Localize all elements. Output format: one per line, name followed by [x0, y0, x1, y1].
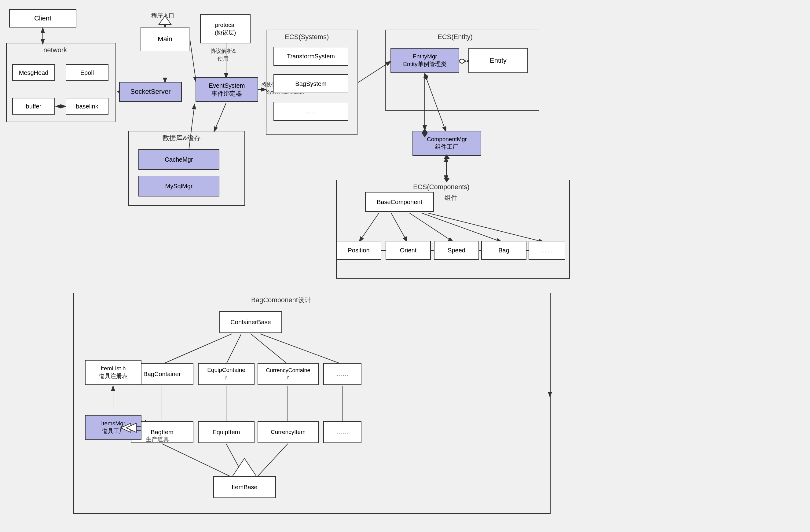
container-dots-label: …… [336, 370, 349, 378]
entity-mgr-label: EntityMgrEntity单例管理类 [403, 53, 447, 68]
client-box: Client [9, 9, 76, 28]
buffer-label: buffer [26, 102, 42, 110]
base-component-box: BaseComponent [365, 192, 434, 212]
container-base-box: ContainerBase [220, 311, 282, 333]
components-dots-label: …… [541, 246, 553, 254]
mesghead-box: MesgHead [12, 64, 55, 81]
components-dots: …… [529, 241, 565, 260]
event-system-label: EventSystem事件绑定器 [209, 82, 245, 97]
transform-system-box: TransformSystem [274, 47, 348, 66]
equip-container-label: EquipContainer [207, 366, 245, 381]
epoll-box: Epoll [66, 64, 109, 81]
item-dots-label: …… [336, 428, 349, 436]
currency-item-label: CurrencyItem [271, 429, 306, 436]
zujian-label: 组件 [444, 193, 457, 202]
db-label: 数据库&缓存 [163, 134, 201, 143]
bag-box: Bag [481, 241, 526, 260]
baselink-label: baselink [76, 102, 98, 110]
entity-box: Entity [468, 48, 528, 73]
mysql-mgr-label: MySqlMgr [165, 182, 193, 190]
bag-container-label: BagContainer [143, 370, 181, 378]
container-base-label: ContainerBase [230, 318, 271, 326]
program-entry-label: 程序入口 [151, 12, 175, 19]
protocol-note: 协议解析&使用 [210, 47, 236, 63]
items-mgr-label: ItemsMgr道具工厂 [101, 420, 125, 435]
items-mgr-box: ItemsMgr道具工厂 [85, 415, 142, 440]
svg-line-11 [190, 41, 196, 82]
bag-system-label: BagSystem [295, 80, 326, 88]
main-box: Main [141, 27, 190, 51]
transform-system-label: TransformSystem [287, 52, 335, 60]
currency-item-box: CurrencyItem [258, 421, 319, 443]
epoll-label: Epoll [80, 69, 94, 77]
bag-component-label: BagComponent设计 [251, 296, 311, 305]
client-label: Client [34, 14, 51, 23]
cache-mgr-label: CacheMgr [165, 156, 193, 163]
ecs-components-label: ECS(Components) [413, 183, 470, 192]
position-box: Position [336, 241, 381, 260]
item-base-label: ItemBase [232, 483, 257, 491]
orient-box: Orient [386, 241, 431, 260]
equip-item-box: EquipItem [198, 421, 255, 443]
mesghead-label: MesgHead [19, 69, 49, 77]
ecs-systems-label: ECS(Systems) [285, 33, 329, 42]
component-mgr-label: ComponentMgr组件工厂 [427, 136, 467, 151]
event-system-box: EventSystem事件绑定器 [196, 77, 258, 102]
position-label: Position [348, 246, 369, 254]
diagram: Client network MesgHead Epoll buffer bas… [0, 0, 810, 532]
ecs-systems-dots: …… [274, 102, 348, 121]
mysql-mgr-box: MySqlMgr [139, 176, 220, 196]
component-mgr-box: ComponentMgr组件工厂 [412, 131, 481, 156]
item-dots: …… [323, 421, 361, 443]
svg-line-12 [214, 103, 226, 132]
ecs-systems-dots-label: …… [305, 107, 317, 115]
itemlist-box: ItemList.h道具注册表 [85, 360, 142, 385]
entity-label: Entity [490, 56, 507, 65]
equip-container-box: EquipContainer [198, 363, 255, 385]
currency-container-label: CurrencyContainer [266, 367, 310, 381]
protocal-label: protocal(协议层) [215, 21, 236, 36]
socket-server-label: SocketServer [130, 87, 171, 96]
itemlist-label: ItemList.h道具注册表 [99, 365, 128, 380]
produce-label: 生产道具 [146, 435, 169, 444]
buffer-box: buffer [12, 98, 55, 115]
ecs-entity-label: ECS(Entity) [438, 33, 473, 42]
baselink-box: baselink [66, 98, 109, 115]
main-label: Main [158, 35, 172, 44]
container-dots: …… [323, 363, 361, 385]
bag-item-label: BagItem [151, 428, 173, 436]
item-base-box: ItemBase [213, 476, 276, 498]
bag-component-container: BagComponent设计 [73, 293, 551, 514]
orient-label: Orient [400, 246, 417, 254]
speed-box: Speed [434, 241, 479, 260]
base-component-label: BaseComponent [377, 198, 422, 206]
equip-item-label: EquipItem [212, 428, 240, 436]
network-label: network [43, 46, 67, 55]
speed-label: Speed [448, 246, 465, 254]
entity-mgr-box: EntityMgrEntity单例管理类 [390, 48, 459, 73]
socket-server-box: SocketServer [119, 82, 182, 102]
cache-mgr-box: CacheMgr [139, 149, 220, 170]
bag-label: Bag [498, 246, 509, 254]
bag-system-box: BagSystem [274, 74, 348, 93]
currency-container-box: CurrencyContainer [258, 363, 319, 385]
protocal-box: protocal(协议层) [200, 14, 250, 43]
